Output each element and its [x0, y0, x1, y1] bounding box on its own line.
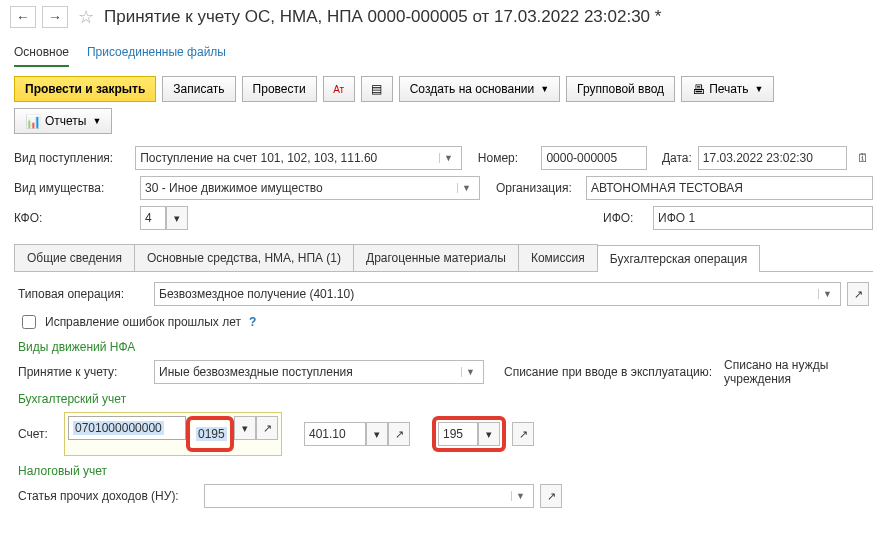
- ifo-label: ИФО:: [603, 211, 647, 225]
- annotation-text: 195 «Безвозмездные межведомственные неде…: [0, 524, 887, 538]
- open-button[interactable]: ↗: [256, 416, 278, 440]
- account1-group: 0701000000000 0195 ▾ ↗: [64, 412, 282, 456]
- form-area: Вид поступления: Поступление на счет 101…: [0, 142, 887, 240]
- chevron-down-icon[interactable]: ▾: [234, 416, 256, 440]
- action-bar: Провести и закрыть Записать Провести Ат …: [0, 68, 887, 142]
- date-label: Дата:: [653, 151, 691, 165]
- tab-accounting[interactable]: Бухгалтерская операция: [597, 245, 760, 272]
- section-attached[interactable]: Присоединенные файлы: [87, 39, 226, 67]
- page-title: Принятие к учету ОС, НМА, НПА 0000-00000…: [104, 7, 661, 27]
- typical-op-field[interactable]: Безвозмездное получение (401.10)▼: [154, 282, 841, 306]
- writeoff-field[interactable]: Списано на нужды учреждения: [718, 360, 869, 384]
- date-field[interactable]: 17.03.2022 23:02:30: [698, 146, 847, 170]
- forward-button[interactable]: →: [42, 6, 68, 28]
- chevron-down-icon[interactable]: ▾: [366, 422, 388, 446]
- print-button[interactable]: 🖶Печать▼: [681, 76, 774, 102]
- post-and-close-button[interactable]: Провести и закрыть: [14, 76, 156, 102]
- printer-icon: 🖶: [692, 82, 705, 97]
- open-button[interactable]: ↗: [512, 422, 534, 446]
- accounting-tab-content: Типовая операция: Безвозмездное получени…: [0, 272, 887, 524]
- tab-precious[interactable]: Драгоценные материалы: [353, 244, 519, 271]
- list-button[interactable]: ▤: [361, 76, 393, 102]
- kfo-field[interactable]: 4 ▾: [140, 206, 188, 230]
- account3-group: 195 ▾: [438, 422, 500, 446]
- reports-button[interactable]: 📊Отчеты▼: [14, 108, 112, 134]
- highlight-account3: 195 ▾: [432, 416, 506, 452]
- kfo-label: КФО:: [14, 211, 134, 225]
- account2-group: 401.10 ▾ ↗: [304, 422, 410, 446]
- account1-field[interactable]: 0701000000000: [68, 416, 186, 440]
- number-label: Номер:: [478, 151, 536, 165]
- typical-op-label: Типовая операция:: [18, 287, 148, 301]
- chevron-down-icon[interactable]: ▼: [461, 367, 479, 377]
- accept-label: Принятие к учету:: [18, 365, 148, 379]
- open-button[interactable]: ↗: [540, 484, 562, 508]
- writeoff-label: Списание при вводе в эксплуатацию:: [504, 365, 712, 379]
- ifo-field[interactable]: ИФО 1: [653, 206, 873, 230]
- account-label: Счет:: [18, 427, 58, 441]
- chevron-down-icon[interactable]: ▾: [166, 206, 188, 230]
- org-label: Организация:: [496, 181, 580, 195]
- chevron-down-icon[interactable]: ▼: [457, 183, 475, 193]
- tab-fixed-assets[interactable]: Основные средства, НМА, НПА (1): [134, 244, 354, 271]
- chevron-down-icon[interactable]: ▼: [511, 491, 529, 501]
- calendar-icon[interactable]: 🗓: [853, 151, 873, 165]
- account1-tail[interactable]: 0195: [192, 422, 228, 446]
- open-button[interactable]: ↗: [388, 422, 410, 446]
- acc-header: Бухгалтерский учет: [18, 392, 869, 406]
- create-based-button[interactable]: Создать на основании▼: [399, 76, 560, 102]
- help-icon[interactable]: ?: [249, 315, 256, 329]
- detail-tabs: Общие сведения Основные средства, НМА, Н…: [14, 244, 873, 272]
- tax-header: Налоговый учет: [18, 464, 869, 478]
- account3-field[interactable]: 195: [438, 422, 478, 446]
- report-icon: 📊: [25, 114, 41, 129]
- property-type-label: Вид имущества:: [14, 181, 134, 195]
- chevron-down-icon[interactable]: ▼: [439, 153, 457, 163]
- property-type-field[interactable]: 30 - Иное движимое имущество▼: [140, 176, 480, 200]
- save-button[interactable]: Записать: [162, 76, 235, 102]
- post-button[interactable]: Провести: [242, 76, 317, 102]
- accept-field[interactable]: Иные безвозмездные поступления▼: [154, 360, 484, 384]
- highlight-account1-tail: 0195: [186, 416, 234, 452]
- favorite-icon[interactable]: ☆: [78, 6, 94, 28]
- open-button[interactable]: ↗: [847, 282, 869, 306]
- section-tabs: Основное Присоединенные файлы: [0, 35, 887, 68]
- correction-checkbox[interactable]: [22, 315, 36, 329]
- list-icon: ▤: [371, 82, 382, 96]
- org-field[interactable]: АВТОНОМНАЯ ТЕСТОВАЯ: [586, 176, 873, 200]
- chevron-down-icon[interactable]: ▼: [818, 289, 836, 299]
- dt-kt-button[interactable]: Ат: [323, 76, 355, 102]
- chevron-down-icon[interactable]: ▾: [478, 422, 500, 446]
- correction-label: Исправление ошибок прошлых лет: [45, 315, 241, 329]
- number-field[interactable]: 0000-000005: [541, 146, 647, 170]
- title-bar: ← → ☆ Принятие к учету ОС, НМА, НПА 0000…: [0, 0, 887, 35]
- income-item-label: Статья прочих доходов (НУ):: [18, 489, 198, 503]
- receipt-type-label: Вид поступления:: [14, 151, 129, 165]
- account2-field[interactable]: 401.10: [304, 422, 366, 446]
- tab-commission[interactable]: Комиссия: [518, 244, 598, 271]
- tab-general[interactable]: Общие сведения: [14, 244, 135, 271]
- group-input-button[interactable]: Групповой ввод: [566, 76, 675, 102]
- receipt-type-field[interactable]: Поступление на счет 101, 102, 103, 111.6…: [135, 146, 462, 170]
- section-main[interactable]: Основное: [14, 39, 69, 67]
- income-item-field[interactable]: ▼: [204, 484, 534, 508]
- back-button[interactable]: ←: [10, 6, 36, 28]
- nfa-header: Виды движений НФА: [18, 340, 869, 354]
